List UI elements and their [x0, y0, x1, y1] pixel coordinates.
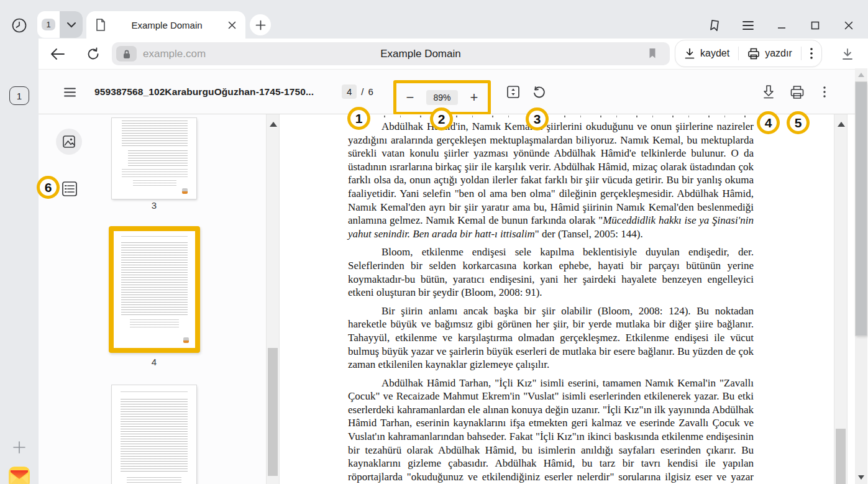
outline-view-button[interactable]: [62, 181, 78, 197]
thumbnail-label: 4: [112, 357, 196, 367]
annotation-circle-4: 4: [757, 111, 780, 134]
scroll-up-arrow[interactable]: [838, 122, 845, 127]
scroll-up-arrow[interactable]: [270, 122, 277, 127]
hamburger-menu-icon: [64, 88, 76, 97]
page-actions-pill: kaydet yazdır: [675, 40, 822, 67]
zoom-level: 89%: [426, 90, 457, 105]
rotate-ccw-icon: [531, 84, 546, 99]
scrollbar-thumb[interactable]: [268, 348, 278, 476]
annotation-circle-2: 2: [430, 107, 453, 130]
printer-icon: [747, 48, 760, 60]
thumbnails-view-button[interactable]: [56, 129, 82, 155]
clock-icon: [10, 16, 29, 35]
more-actions-button[interactable]: [802, 40, 821, 66]
tab-close-icon[interactable]: [227, 21, 237, 30]
pdf-scrollbar[interactable]: [834, 114, 847, 484]
pdf-paragraph: Abdülhak Hâmid Tarhan, "İçli Kız" isimli…: [348, 377, 754, 484]
pdf-page-input[interactable]: 4: [342, 84, 357, 99]
new-tab-button[interactable]: [250, 14, 271, 35]
print-button[interactable]: yazdır: [739, 40, 801, 66]
kebab-menu-icon: [823, 86, 826, 98]
bookmark-star-button[interactable]: [646, 47, 661, 62]
rotate-button[interactable]: [528, 81, 549, 103]
titlebar: 1 Example Domain: [0, 0, 868, 39]
annotation-circle-1: 1: [347, 107, 370, 130]
browser-menu-button[interactable]: [736, 16, 760, 35]
maximize-icon: [810, 21, 820, 30]
pdf-paragraph: Bir şiirin anlamı ancak başka bir şiir o…: [348, 304, 754, 372]
rail-tab-number-button[interactable]: 1: [9, 86, 29, 105]
minimize-icon: [777, 21, 787, 30]
annotation-circle-3: 3: [526, 107, 549, 130]
mail-app-button[interactable]: [8, 466, 30, 484]
scroll-down-arrow[interactable]: [858, 475, 864, 480]
pdf-paragraph: Bloom, etkilenme endişesi sele kapılma b…: [348, 245, 754, 299]
collections-panel-button[interactable]: [703, 16, 726, 35]
plus-icon: [255, 20, 266, 30]
annotation-circle-5: 5: [787, 111, 810, 134]
pdf-text: Abdülhak Hâmid'in, Namık Kemal'ın şiirle…: [348, 120, 754, 484]
pdf-print-button[interactable]: [787, 81, 808, 103]
navigation-toolbar: example.com Example Domain kaydet yazdır: [39, 39, 868, 69]
zoom-out-button[interactable]: −: [403, 89, 418, 106]
reload-icon: [86, 47, 100, 61]
thumbnail-page-4-selected[interactable]: [109, 226, 200, 353]
pdf-page-content: Abdülhak Hâmid'in, Namık Kemal'ın şiirle…: [281, 114, 834, 484]
kebab-menu-icon: [810, 48, 813, 59]
thumbnail-page-5[interactable]: [112, 385, 196, 484]
minimize-button[interactable]: [770, 16, 793, 35]
scrollbar-thumb[interactable]: [836, 429, 846, 484]
maximize-button[interactable]: [803, 16, 827, 35]
save-label: kaydet: [700, 48, 729, 59]
pdf-more-button[interactable]: [814, 81, 835, 103]
downloads-button[interactable]: [838, 45, 857, 63]
print-label: yazdır: [765, 48, 792, 59]
list-icon: [62, 181, 78, 197]
tab-group-expand[interactable]: [60, 11, 83, 38]
download-icon: [684, 48, 695, 60]
clipped-text-line: [348, 116, 753, 117]
pdf-thumbnails-panel: 3 4: [39, 114, 266, 484]
back-button[interactable]: [47, 43, 68, 65]
window-scrollbar[interactable]: [855, 68, 867, 484]
page-favicon-icon: [95, 19, 106, 31]
thumbnails-scrollbar[interactable]: [266, 114, 280, 484]
pdf-download-button[interactable]: [758, 81, 779, 103]
pdf-sidebar-toggle-button[interactable]: [59, 81, 80, 103]
download-arrow-icon: [841, 48, 854, 61]
hamburger-menu-icon: [742, 21, 754, 30]
tab-title: Example Domain: [106, 20, 227, 30]
download-outline-icon: [762, 84, 775, 99]
thumbnail-page-3[interactable]: [112, 118, 196, 199]
close-window-button[interactable]: [837, 16, 861, 35]
image-icon: [62, 135, 76, 148]
site-security-chip[interactable]: [116, 46, 137, 62]
zoom-in-button[interactable]: +: [467, 89, 482, 106]
history-button[interactable]: [9, 15, 30, 36]
tab-group-chip[interactable]: 1: [37, 11, 83, 38]
lock-icon: [122, 49, 131, 59]
scroll-up-arrow[interactable]: [858, 73, 864, 77]
back-arrow-icon: [50, 48, 65, 60]
bookmark-panel-icon: [708, 19, 721, 32]
pdf-filename: 959387568_102KaraburguOğuzhan-1745-1750.…: [94, 70, 314, 114]
annotation-circle-6: 6: [37, 176, 60, 199]
yandex-mail-icon: [8, 466, 30, 484]
pdf-paragraph: Abdülhak Hâmid'in, Namık Kemal'ın şiirle…: [348, 120, 754, 240]
rail-add-button[interactable]: [9, 437, 30, 458]
address-bar[interactable]: example.com Example Domain: [112, 42, 670, 65]
scrollbar-thumb[interactable]: [856, 82, 867, 336]
tab-group-badge: 1: [37, 11, 60, 38]
tab-example-domain[interactable]: Example Domain: [86, 11, 245, 39]
reload-button[interactable]: [83, 43, 104, 65]
browser-window: 1 Example Domain: [0, 0, 868, 484]
sidebar-rail: 1: [0, 39, 39, 484]
save-button[interactable]: kaydet: [675, 40, 738, 66]
printer-icon: [790, 85, 805, 99]
plus-icon: [12, 441, 26, 454]
thumbnail-label: 3: [112, 200, 196, 211]
fit-to-page-button[interactable]: [503, 81, 524, 103]
pdf-toolbar: 959387568_102KaraburguOğuzhan-1745-1750.…: [39, 69, 855, 114]
pdf-page-total: 6: [368, 86, 373, 97]
fit-page-icon: [506, 84, 521, 99]
